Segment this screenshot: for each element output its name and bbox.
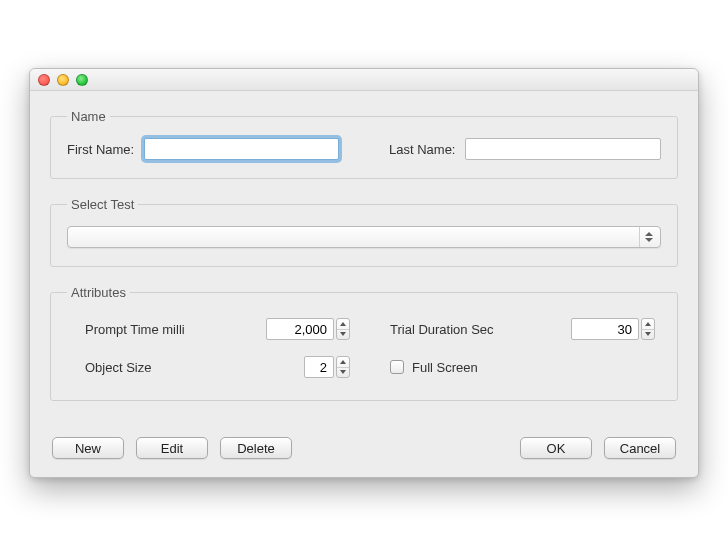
checkbox-icon [390,360,404,374]
name-group: Name First Name: Last Name: [50,109,678,179]
attributes-legend: Attributes [67,285,130,300]
ok-button[interactable]: OK [520,437,592,459]
object-size-stepper[interactable] [304,356,350,378]
zoom-icon[interactable] [76,74,88,86]
full-screen-checkbox[interactable]: Full Screen [390,360,478,375]
step-down-icon[interactable] [337,367,349,378]
step-down-icon[interactable] [337,329,349,340]
attributes-group: Attributes Prompt Time milli Trial Durat… [50,285,678,401]
stepper-buttons[interactable] [336,318,350,340]
prompt-time-label: Prompt Time milli [85,322,185,337]
edit-button[interactable]: Edit [136,437,208,459]
object-size-label: Object Size [85,360,151,375]
trial-duration-label: Trial Duration Sec [390,322,494,337]
close-icon[interactable] [38,74,50,86]
step-up-icon[interactable] [642,319,654,329]
stepper-buttons[interactable] [336,356,350,378]
dialog-window: Name First Name: Last Name: Select Test [29,68,699,478]
delete-button[interactable]: Delete [220,437,292,459]
updown-arrows-icon [639,227,657,247]
cancel-button[interactable]: Cancel [604,437,676,459]
select-test-value [67,226,661,248]
last-name-input[interactable] [465,138,661,160]
button-row: New Edit Delete OK Cancel [50,437,678,459]
select-test-group: Select Test [50,197,678,267]
content-area: Name First Name: Last Name: Select Test [30,91,698,477]
trial-duration-stepper[interactable] [571,318,655,340]
titlebar [30,69,698,91]
object-size-input[interactable] [304,356,334,378]
new-button[interactable]: New [52,437,124,459]
select-test-dropdown[interactable] [67,226,661,248]
step-up-icon[interactable] [337,319,349,329]
last-name-label: Last Name: [389,142,455,157]
name-legend: Name [67,109,110,124]
prompt-time-input[interactable] [266,318,334,340]
minimize-icon[interactable] [57,74,69,86]
select-test-legend: Select Test [67,197,138,212]
step-down-icon[interactable] [642,329,654,340]
stepper-buttons[interactable] [641,318,655,340]
prompt-time-stepper[interactable] [266,318,350,340]
full-screen-label: Full Screen [412,360,478,375]
trial-duration-input[interactable] [571,318,639,340]
step-up-icon[interactable] [337,357,349,367]
first-name-label: First Name: [67,142,134,157]
first-name-input[interactable] [144,138,339,160]
